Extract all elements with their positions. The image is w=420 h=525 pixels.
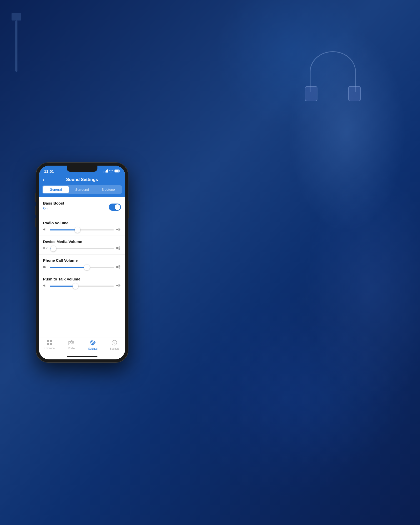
bass-boost-subtitle: On	[43, 206, 64, 210]
device-media-volume-row	[43, 246, 121, 251]
svg-rect-19	[47, 343, 49, 345]
push-to-talk-volume-low-icon	[43, 284, 47, 288]
radio-volume-track[interactable]	[50, 229, 114, 230]
svg-marker-12	[116, 247, 118, 250]
bass-boost-labels: Bass Boost On	[43, 201, 64, 213]
radio-volume-high-icon	[116, 228, 121, 232]
content-area: Bass Boost On Radio Volume	[39, 197, 125, 338]
push-to-talk-volume-fill	[50, 286, 75, 287]
wifi-icon	[109, 169, 113, 173]
radio-volume-section: Radio Volume	[39, 217, 125, 236]
overview-icon	[47, 340, 53, 346]
svg-rect-1	[105, 171, 106, 173]
status-icons	[104, 169, 120, 173]
bottom-nav: Overview Radio	[39, 338, 125, 354]
radio-volume-fill	[50, 229, 77, 230]
tab-general[interactable]: General	[43, 186, 69, 193]
support-icon: ?	[112, 340, 117, 347]
nav-overview-label: Overview	[44, 347, 55, 350]
push-to-talk-volume-high-icon	[116, 284, 121, 288]
page-container: 11:01	[0, 0, 420, 525]
device-media-volume-track[interactable]	[50, 248, 114, 249]
nav-radio[interactable]: Radio	[61, 340, 82, 350]
back-button[interactable]: ‹	[43, 176, 44, 183]
phone-call-volume-section: Phone Call Volume	[39, 255, 125, 273]
bass-boost-title: Bass Boost	[43, 201, 64, 205]
bass-boost-toggle[interactable]	[109, 204, 121, 211]
nav-support-label: Support	[110, 347, 119, 350]
svg-rect-2	[106, 170, 107, 173]
radio-volume-thumb[interactable]	[75, 227, 80, 233]
content-spacer	[39, 292, 125, 338]
status-time: 11:01	[44, 169, 54, 174]
nav-settings[interactable]: Settings	[82, 340, 104, 350]
device-media-volume-high-icon	[116, 246, 121, 251]
tab-bar: General Surround Sidetone	[39, 185, 125, 197]
bass-boost-section: Bass Boost On	[39, 197, 125, 217]
phone-call-volume-fill	[50, 267, 87, 268]
push-to-talk-volume-section: Push to Talk Volume	[39, 273, 125, 292]
radio-volume-row	[43, 228, 121, 232]
tab-surround[interactable]: Surround	[69, 186, 95, 193]
signal-icon	[104, 169, 108, 173]
radio-volume-title: Radio Volume	[43, 221, 121, 225]
home-bar	[67, 356, 97, 357]
svg-rect-0	[104, 171, 104, 173]
svg-marker-8	[116, 228, 118, 231]
nav-settings-label: Settings	[88, 347, 97, 350]
svg-marker-15	[43, 284, 45, 287]
svg-rect-5	[119, 170, 120, 172]
svg-rect-18	[50, 340, 52, 342]
svg-marker-16	[116, 284, 118, 287]
settings-icon	[90, 340, 96, 347]
push-to-talk-volume-row	[43, 284, 121, 288]
header-title: Sound Settings	[66, 177, 98, 182]
device-media-volume-section: Device Media Volume	[39, 236, 125, 255]
phone-call-volume-low-icon	[43, 265, 47, 269]
radio-icon	[68, 340, 74, 346]
battery-icon	[114, 169, 120, 173]
device-media-volume-title: Device Media Volume	[43, 239, 121, 244]
phone-screen: 11:01	[39, 166, 125, 359]
radio-volume-low-icon	[43, 228, 47, 232]
svg-marker-14	[116, 265, 118, 268]
device-media-volume-thumb[interactable]	[51, 246, 56, 251]
phone-call-volume-high-icon	[116, 265, 121, 269]
svg-rect-20	[50, 343, 52, 345]
svg-point-22	[70, 342, 71, 344]
app-header: ‹ Sound Settings	[39, 176, 125, 185]
nav-radio-label: Radio	[68, 347, 75, 350]
bass-boost-row: Bass Boost On	[43, 201, 121, 217]
tab-container: General Surround Sidetone	[42, 185, 122, 194]
svg-rect-6	[115, 170, 119, 172]
phone-frame: 11:01	[36, 163, 128, 362]
push-to-talk-volume-track[interactable]	[50, 286, 114, 287]
svg-point-26	[92, 342, 94, 344]
push-to-talk-volume-title: Push to Talk Volume	[43, 277, 121, 281]
phone-call-volume-row	[43, 265, 121, 269]
svg-marker-7	[43, 228, 45, 231]
nav-support[interactable]: ? Support	[104, 340, 125, 350]
tab-sidetone[interactable]: Sidetone	[95, 186, 121, 193]
push-to-talk-volume-thumb[interactable]	[73, 283, 78, 289]
phone-call-volume-title: Phone Call Volume	[43, 258, 121, 262]
svg-rect-3	[107, 169, 108, 173]
home-indicator	[39, 354, 125, 359]
svg-text:?: ?	[113, 341, 115, 345]
svg-rect-17	[47, 340, 49, 342]
svg-line-25	[70, 340, 73, 341]
phone-notch	[67, 166, 97, 172]
device-media-muted-icon	[43, 246, 48, 251]
phone-call-volume-track[interactable]	[50, 267, 114, 268]
phone-call-volume-thumb[interactable]	[84, 265, 90, 270]
nav-overview[interactable]: Overview	[39, 340, 61, 350]
svg-marker-13	[43, 265, 45, 268]
svg-marker-9	[43, 247, 45, 250]
